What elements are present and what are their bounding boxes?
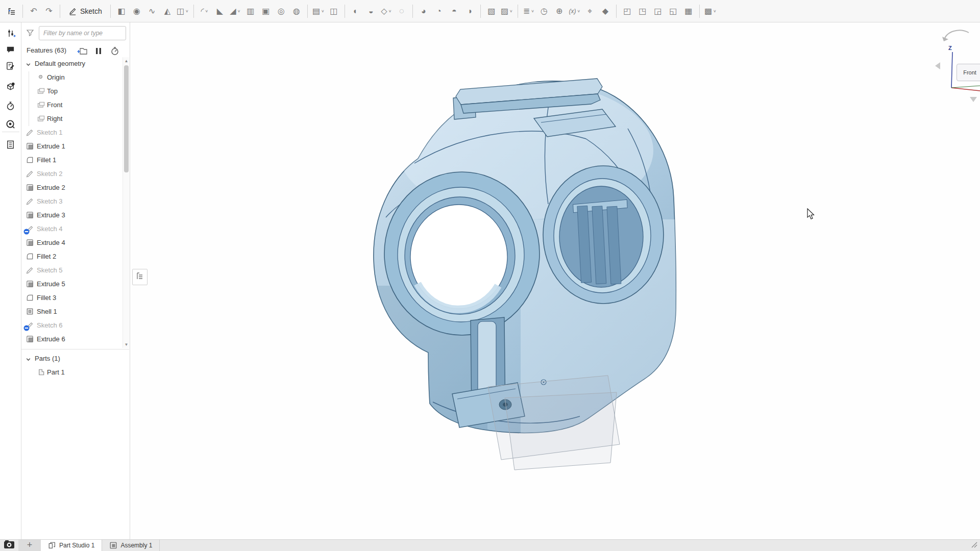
offset-surface-button[interactable]: ▧ bbox=[484, 3, 499, 20]
replace-face-icon: ◑ bbox=[467, 7, 472, 15]
wrap-button[interactable]: ◍ bbox=[289, 3, 304, 20]
scroll-down-arrow[interactable]: ▼ bbox=[123, 341, 130, 348]
features-list-toggle-button[interactable] bbox=[4, 3, 19, 20]
linear-pattern-button[interactable]: ▤∨ bbox=[311, 3, 326, 20]
feature-row[interactable]: Right bbox=[21, 112, 122, 126]
feature-row[interactable]: Sketch 4 bbox=[21, 222, 122, 236]
thicken-button[interactable]: ◫∨ bbox=[175, 3, 190, 20]
configurations-button[interactable] bbox=[4, 27, 17, 40]
insert-folder-button[interactable] bbox=[77, 45, 88, 57]
frame-button[interactable]: ▩∨ bbox=[703, 3, 718, 20]
feature-row[interactable]: Fillet 1 bbox=[21, 154, 122, 167]
feature-row[interactable]: Origin bbox=[21, 71, 122, 85]
redo-button[interactable]: ↷ bbox=[41, 3, 57, 20]
tag-button[interactable]: ◆ bbox=[598, 3, 613, 20]
delete-part-button[interactable]: ◌ bbox=[394, 3, 409, 20]
point-button[interactable]: ⊕ bbox=[552, 3, 567, 20]
sheet-metal-tab-icon: ◲ bbox=[654, 7, 662, 15]
feature-row[interactable]: Front bbox=[21, 98, 122, 112]
feature-dialog-handle[interactable] bbox=[132, 269, 148, 285]
resize-corner-icon[interactable] bbox=[971, 541, 978, 550]
extrude-button[interactable]: ◧ bbox=[114, 3, 129, 20]
boolean-button[interactable]: ◐ bbox=[348, 3, 363, 20]
boundary-surface-button[interactable]: ▨∨ bbox=[499, 3, 514, 20]
view-cube[interactable]: Z Front bbox=[929, 26, 980, 112]
draft-button[interactable]: ◢∨ bbox=[228, 3, 243, 20]
replace-face-button[interactable]: ◑ bbox=[462, 3, 477, 20]
feature-row[interactable]: Fillet 3 bbox=[21, 291, 122, 305]
feature-row[interactable]: Extrude 5 bbox=[21, 278, 122, 291]
split-button[interactable]: ◒ bbox=[363, 3, 379, 20]
viewport-canvas[interactable] bbox=[131, 22, 980, 539]
feature-row[interactable]: Sketch 5 bbox=[21, 264, 122, 278]
rotate-down-arrow[interactable] bbox=[970, 97, 977, 102]
rollback-history-button[interactable] bbox=[109, 45, 120, 57]
sketch-button[interactable]: Sketch bbox=[63, 3, 107, 20]
comments-button[interactable] bbox=[4, 43, 17, 56]
feature-row[interactable]: Extrude 2 bbox=[21, 181, 122, 195]
feature-row[interactable]: Sketch 3 bbox=[21, 195, 122, 209]
filter-row bbox=[21, 22, 130, 44]
fillet-button[interactable]: ◜∨ bbox=[197, 3, 212, 20]
transform-button[interactable]: ◇∨ bbox=[379, 3, 394, 20]
variable-button[interactable]: (x)∨ bbox=[567, 3, 582, 20]
feature-row[interactable]: Top bbox=[21, 85, 122, 98]
scrollbar-thumb[interactable] bbox=[124, 65, 129, 172]
curve-pattern-button[interactable]: ≣∨ bbox=[521, 3, 536, 20]
tab-assembly-1[interactable]: Assembly 1 bbox=[102, 540, 160, 551]
feature-row[interactable]: Extrude 3 bbox=[21, 209, 122, 222]
sheet-metal-bend-button[interactable]: ◱ bbox=[666, 3, 681, 20]
feature-row[interactable]: Extrude 6 bbox=[21, 333, 122, 346]
tree-group-default-geometry[interactable]: Default geometry bbox=[21, 57, 122, 71]
capture-button[interactable] bbox=[0, 540, 18, 551]
revolve-button[interactable]: ◉ bbox=[129, 3, 144, 20]
part-row[interactable]: Part 1 bbox=[21, 366, 129, 380]
bill-of-materials-button[interactable] bbox=[4, 138, 17, 151]
undo-button[interactable]: ↶ bbox=[26, 3, 41, 20]
sheet-metal-model-button[interactable]: ◰ bbox=[620, 3, 635, 20]
sheet-metal-flange-button[interactable]: ◳ bbox=[635, 3, 650, 20]
sheet-metal-bend-icon: ◱ bbox=[669, 7, 677, 15]
delete-face-button[interactable]: ◔ bbox=[431, 3, 447, 20]
versions-button[interactable] bbox=[4, 80, 17, 93]
filter-funnel-icon[interactable] bbox=[26, 28, 35, 39]
feature-row[interactable]: Sketch 6 bbox=[21, 319, 122, 333]
release-notes-button[interactable] bbox=[4, 59, 17, 72]
chamfer-button[interactable]: ◣ bbox=[212, 3, 228, 20]
rib-button[interactable]: ▥ bbox=[243, 3, 258, 20]
mate-connector-button[interactable]: ⌖ bbox=[582, 3, 598, 20]
parts-section: Parts (1)Part 1 bbox=[21, 352, 129, 380]
rotate-left-arrow[interactable] bbox=[935, 62, 940, 69]
feature-list-panel: Features (63) Default geometryOriginTopF… bbox=[21, 22, 130, 539]
hole-button[interactable]: ◎ bbox=[274, 3, 289, 20]
scroll-up-arrow[interactable]: ▲ bbox=[123, 57, 130, 64]
helix-icon: ◷ bbox=[541, 7, 548, 15]
loft-button[interactable]: ◭ bbox=[160, 3, 175, 20]
sweep-button[interactable]: ∿ bbox=[144, 3, 160, 20]
feature-row[interactable]: Sketch 2 bbox=[21, 167, 122, 181]
sheet-metal-finish-button[interactable]: ▦ bbox=[681, 3, 696, 20]
fillet-tool-icon: ◜ bbox=[201, 7, 204, 15]
pause-updates-button[interactable] bbox=[93, 45, 104, 57]
search-insight-button[interactable] bbox=[4, 117, 17, 131]
mirror-button[interactable]: ◫ bbox=[326, 3, 341, 20]
filter-input[interactable] bbox=[39, 26, 126, 40]
helix-button[interactable]: ◷ bbox=[536, 3, 552, 20]
features-header: Features (63) bbox=[21, 45, 130, 57]
toolbar-divider bbox=[480, 5, 481, 18]
modify-fillet-button[interactable]: ◕ bbox=[416, 3, 431, 20]
sheet-metal-tab-button[interactable]: ◲ bbox=[650, 3, 666, 20]
feature-row[interactable]: Extrude 4 bbox=[21, 236, 122, 250]
tree-group-parts[interactable]: Parts (1) bbox=[21, 352, 129, 366]
add-tab-button[interactable]: + bbox=[18, 540, 41, 551]
feature-tree-scrollbar[interactable]: ▲ ▼ bbox=[122, 57, 129, 348]
shell-button[interactable]: ▣ bbox=[258, 3, 274, 20]
feature-row[interactable]: Fillet 2 bbox=[21, 250, 122, 264]
feature-row[interactable]: Shell 1 bbox=[21, 305, 122, 319]
view-cube-front-face[interactable]: Front bbox=[957, 64, 980, 81]
feature-row[interactable]: Sketch 1 bbox=[21, 126, 122, 140]
feature-row[interactable]: Extrude 1 bbox=[21, 140, 122, 154]
history-button[interactable] bbox=[4, 99, 17, 112]
tab-part-studio-1[interactable]: Part Studio 1 bbox=[41, 540, 102, 551]
move-face-button[interactable]: ◓ bbox=[447, 3, 462, 20]
